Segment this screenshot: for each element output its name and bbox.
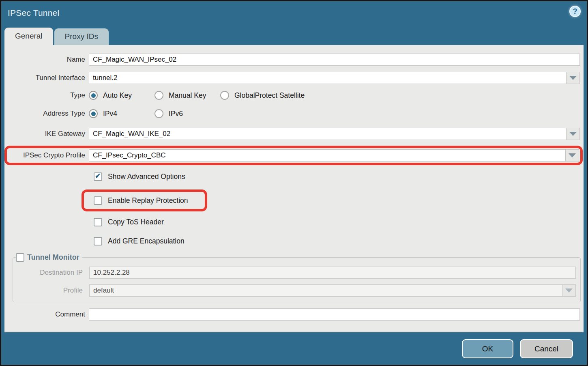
show-advanced-options-checkbox[interactable]: [94, 172, 102, 181]
tunnel-monitor-checkbox[interactable]: [16, 253, 24, 262]
name-label: Name: [4, 56, 89, 64]
address-type-row: Address Type IPv4 IPv6: [4, 109, 584, 118]
tunnel-interface-dropdown-button[interactable]: [567, 72, 580, 84]
dialog-footer: OK Cancel: [1, 332, 587, 365]
dialog-titlebar: IPSec Tunnel ?: [1, 1, 587, 26]
enable-replay-protection-checkbox[interactable]: [94, 196, 102, 205]
radio-ipv6[interactable]: [155, 109, 163, 118]
radio-auto-key[interactable]: [89, 91, 98, 100]
general-tab-panel: Name Tunnel Interface Type Auto Key Manu…: [4, 45, 584, 332]
radio-manual-key[interactable]: [155, 91, 163, 100]
chevron-down-icon: [569, 76, 577, 80]
type-label: Type: [4, 91, 89, 99]
show-advanced-options-row: Show Advanced Options: [94, 171, 584, 182]
comment-input[interactable]: [89, 308, 580, 321]
show-advanced-options-label: Show Advanced Options: [108, 172, 185, 181]
monitor-profile-dropdown-button: [562, 284, 576, 297]
destination-ip-input: [89, 267, 576, 279]
dialog-title: IPSec Tunnel: [8, 8, 59, 17]
ike-gateway-dropdown-button[interactable]: [567, 128, 580, 140]
enable-replay-protection-label: Enable Replay Protection: [108, 196, 188, 205]
radio-ipv6-label: IPv6: [169, 110, 183, 118]
ike-gateway-row: IKE Gateway: [4, 128, 584, 140]
annotation-highlight-replay-protection: Enable Replay Protection: [82, 189, 207, 211]
add-gre-encapsulation-checkbox[interactable]: [94, 237, 102, 245]
ipsec-crypto-profile-label: IPSec Crypto Profile: [7, 151, 89, 159]
tunnel-interface-input[interactable]: [89, 72, 567, 84]
tunnel-monitor-label: Tunnel Monitor: [27, 253, 79, 262]
cancel-button[interactable]: Cancel: [520, 339, 573, 358]
radio-ipv4-label: IPv4: [103, 110, 117, 118]
ike-gateway-label: IKE Gateway: [4, 130, 89, 138]
tunnel-interface-label: Tunnel Interface: [4, 74, 89, 82]
add-gre-encapsulation-row: Add GRE Encapsulation: [94, 236, 584, 246]
radio-globalprotect-satellite-label: GlobalProtect Satellite: [234, 91, 305, 100]
copy-tos-header-label: Copy ToS Header: [108, 218, 164, 226]
annotation-highlight-crypto-profile: IPSec Crypto Profile: [4, 146, 583, 165]
ok-button[interactable]: OK: [462, 339, 513, 358]
copy-tos-header-checkbox[interactable]: [94, 218, 102, 226]
enable-replay-protection-row: Enable Replay Protection: [94, 195, 188, 206]
destination-ip-label: Destination IP: [13, 269, 89, 277]
add-gre-encapsulation-label: Add GRE Encapsulation: [108, 237, 185, 245]
tab-proxy-ids[interactable]: Proxy IDs: [54, 28, 109, 45]
copy-tos-header-row: Copy ToS Header: [94, 217, 584, 227]
radio-manual-key-label: Manual Key: [169, 91, 206, 100]
name-input[interactable]: [89, 54, 580, 66]
radio-ipv4[interactable]: [89, 109, 98, 118]
ike-gateway-input[interactable]: [89, 128, 567, 140]
tunnel-monitor-section: Tunnel Monitor Destination IP Profile: [13, 253, 581, 302]
type-row: Type Auto Key Manual Key GlobalProtect S…: [4, 91, 584, 100]
help-icon[interactable]: ?: [569, 6, 581, 17]
radio-auto-key-label: Auto Key: [103, 91, 132, 100]
tab-general[interactable]: General: [4, 28, 53, 45]
radio-globalprotect-satellite[interactable]: [220, 91, 229, 100]
comment-row: Comment: [4, 308, 584, 321]
ipsec-crypto-profile-input[interactable]: [89, 149, 566, 161]
monitor-profile-row: Profile: [13, 284, 576, 297]
chevron-down-icon: [569, 132, 577, 136]
ipsec-crypto-profile-row: IPSec Crypto Profile: [7, 149, 580, 161]
name-row: Name: [4, 54, 584, 66]
tab-bar: General Proxy IDs: [1, 26, 587, 45]
address-type-label: Address Type: [4, 110, 89, 118]
ipsec-crypto-profile-dropdown-button[interactable]: [566, 149, 579, 161]
tunnel-monitor-legend: Tunnel Monitor: [16, 253, 82, 262]
chevron-down-icon: [565, 288, 573, 293]
chevron-down-icon: [569, 153, 576, 157]
comment-label: Comment: [4, 310, 89, 319]
monitor-profile-label: Profile: [13, 286, 89, 295]
monitor-profile-input: [89, 284, 562, 297]
tunnel-interface-row: Tunnel Interface: [4, 72, 584, 84]
destination-ip-row: Destination IP: [13, 267, 576, 279]
advanced-options-section: Show Advanced Options Enable Replay Prot…: [94, 171, 584, 246]
